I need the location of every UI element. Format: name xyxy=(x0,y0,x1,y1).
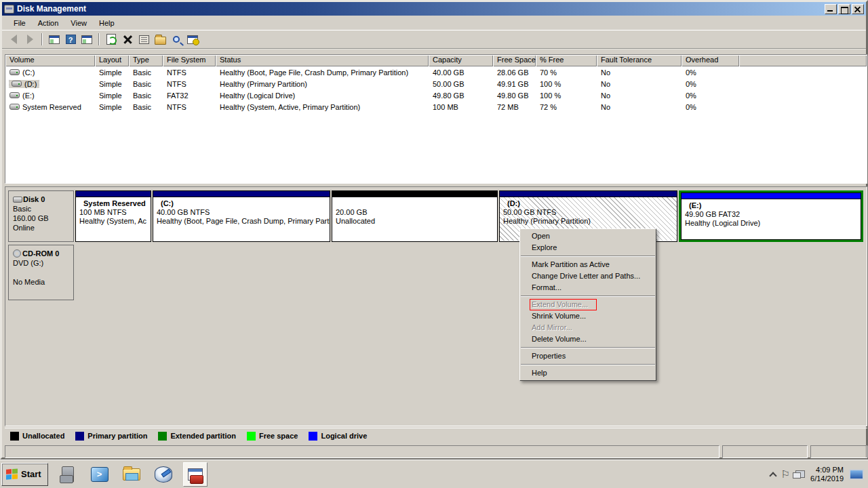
show-action-pane-button[interactable] xyxy=(79,32,94,47)
open-button[interactable] xyxy=(153,32,167,47)
menu-item-help[interactable]: Help xyxy=(520,367,656,379)
manage-computer-button[interactable] xyxy=(185,32,200,47)
col-status[interactable]: Status xyxy=(216,55,429,66)
delete-button[interactable] xyxy=(120,32,135,47)
disk-tool-icon xyxy=(155,466,172,483)
menu-view[interactable]: View xyxy=(64,17,93,29)
show-console-tree-button[interactable] xyxy=(47,32,62,47)
cell-type: Basic xyxy=(129,92,163,100)
menu-item-extend-volume: Extend Volume... xyxy=(520,299,656,310)
extend-volume-annotation: Extend Volume... xyxy=(530,299,597,310)
help-button[interactable]: ? xyxy=(63,32,78,47)
col-fault-tolerance[interactable]: Fault Tolerance xyxy=(597,55,682,66)
legend-primary-partition: Primary partition xyxy=(75,432,147,441)
cell-volume: (C:) xyxy=(22,68,35,77)
col-overhead[interactable]: Overhead xyxy=(682,55,739,66)
table-row-e[interactable]: (E:) Simple Basic FAT32 Healthy (Logical… xyxy=(5,89,867,101)
table-row-d-selected[interactable]: (D:) Simple Basic NTFS Healthy (Primary … xyxy=(5,78,867,89)
legend-swatch xyxy=(247,432,256,441)
refresh-button[interactable] xyxy=(104,32,119,47)
col-file-system[interactable]: File System xyxy=(163,55,216,66)
cell-fault-tolerance: No xyxy=(597,92,682,100)
taskbar-powershell[interactable]: > xyxy=(87,462,112,487)
tray-expand-chevron-icon[interactable] xyxy=(769,472,776,479)
cell-pct-free: 100 % xyxy=(536,92,597,100)
open-folder-icon xyxy=(155,37,166,45)
minimize-button[interactable] xyxy=(825,4,837,14)
col-capacity[interactable]: Capacity xyxy=(429,55,493,66)
menu-item-explore[interactable]: Explore xyxy=(520,242,656,253)
menu-file[interactable]: File xyxy=(7,17,32,29)
menu-item-change-drive-letter[interactable]: Change Drive Letter and Paths... xyxy=(520,270,656,282)
toolbar-separator xyxy=(98,33,100,45)
partition-type-bar xyxy=(682,193,861,199)
cell-free: 28.06 GB xyxy=(493,68,536,77)
close-button[interactable] xyxy=(852,4,864,14)
network-icon[interactable] xyxy=(795,470,805,478)
cell-capacity: 100 MB xyxy=(429,103,493,111)
cell-layout: Simple xyxy=(95,80,129,88)
menu-item-open[interactable]: Open xyxy=(520,230,656,242)
disk0-row: Disk 0 Basic 160.00 GB Online System Res… xyxy=(8,190,863,242)
cell-overhead: 0% xyxy=(682,92,739,100)
legend-swatch xyxy=(10,432,19,441)
menu-action[interactable]: Action xyxy=(32,17,65,29)
maximize-button[interactable] xyxy=(838,4,850,14)
partition-c[interactable]: (C:) 40.00 GB NTFS Healthy (Boot, Page F… xyxy=(153,190,330,242)
cdrom-status: No Media xyxy=(13,277,71,287)
delete-x-icon xyxy=(123,35,132,44)
menu-item-delete-volume[interactable]: Delete Volume... xyxy=(520,333,656,345)
cell-fs: FAT32 xyxy=(163,92,216,100)
taskbar-disk-tool[interactable] xyxy=(151,462,176,487)
partition-type-bar xyxy=(500,191,677,197)
disk0-label-panel[interactable]: Disk 0 Basic 160.00 GB Online xyxy=(8,190,74,242)
title-bar[interactable]: Disk Management xyxy=(2,2,866,16)
partition-system-reserved[interactable]: System Reserved 100 MB NTFS Healthy (Sys… xyxy=(75,190,151,242)
properties-button[interactable] xyxy=(136,32,151,47)
menu-help[interactable]: Help xyxy=(93,17,121,29)
cell-fs: NTFS xyxy=(163,103,216,111)
col-type[interactable]: Type xyxy=(129,55,163,66)
status-panel xyxy=(810,445,867,458)
action-center-flag-icon[interactable]: ⚐ xyxy=(781,468,790,481)
cell-overhead: 0% xyxy=(682,68,739,77)
toolbar: ? xyxy=(2,30,866,49)
cell-overhead: 0% xyxy=(682,103,739,111)
show-desktop-icon[interactable] xyxy=(849,469,864,480)
menu-item-shrink-volume[interactable]: Shrink Volume... xyxy=(520,310,656,322)
cdrom-label-panel[interactable]: CD-ROM 0 DVD (G:) No Media xyxy=(8,245,74,300)
forward-button[interactable] xyxy=(22,32,37,47)
table-row-c[interactable]: (C:) Simple Basic NTFS Healthy (Boot, Pa… xyxy=(5,66,867,78)
partition-e-logical[interactable]: (E:) 49.90 GB FAT32 Healthy (Logical Dri… xyxy=(679,190,863,242)
explorer-folder-icon xyxy=(123,468,140,481)
refresh-icon xyxy=(106,34,116,45)
rescan-button[interactable] xyxy=(169,32,184,47)
col-volume[interactable]: Volume xyxy=(5,55,95,66)
menu-item-format[interactable]: Format... xyxy=(520,282,656,293)
taskbar-computer-management-active[interactable] xyxy=(183,462,208,487)
menu-item-properties[interactable]: Properties xyxy=(520,350,656,362)
system-tray: ⚐ 4:09 PM 6/14/2019 xyxy=(770,466,868,483)
table-row-system-reserved[interactable]: System Reserved Simple Basic NTFS Health… xyxy=(5,101,867,113)
cell-layout: Simple xyxy=(95,92,129,100)
cell-type: Basic xyxy=(129,103,163,111)
server-manager-icon xyxy=(62,466,74,483)
back-button[interactable] xyxy=(6,32,21,47)
legend-swatch xyxy=(309,432,317,441)
tray-clock[interactable]: 4:09 PM 6/14/2019 xyxy=(810,466,844,483)
volume-table-header: Volume Layout Type File System Status Ca… xyxy=(5,55,867,66)
col-pct-free[interactable]: % Free xyxy=(536,55,597,66)
menu-item-mark-partition-active[interactable]: Mark Partition as Active xyxy=(520,259,656,270)
partition-unallocated[interactable]: 20.00 GB Unallocated xyxy=(332,190,498,242)
col-layout[interactable]: Layout xyxy=(95,55,129,66)
cell-free: 72 MB xyxy=(493,103,536,111)
computer-management-icon xyxy=(187,35,198,44)
taskbar-server-manager[interactable] xyxy=(56,462,80,487)
col-free-space[interactable]: Free Space xyxy=(493,55,536,66)
disk-icon xyxy=(13,197,22,203)
window-title: Disk Management xyxy=(17,4,823,14)
cell-overhead: 0% xyxy=(682,80,739,88)
cell-type: Basic xyxy=(129,80,163,88)
start-button[interactable]: Start xyxy=(1,463,48,486)
taskbar-file-explorer[interactable] xyxy=(119,462,144,487)
